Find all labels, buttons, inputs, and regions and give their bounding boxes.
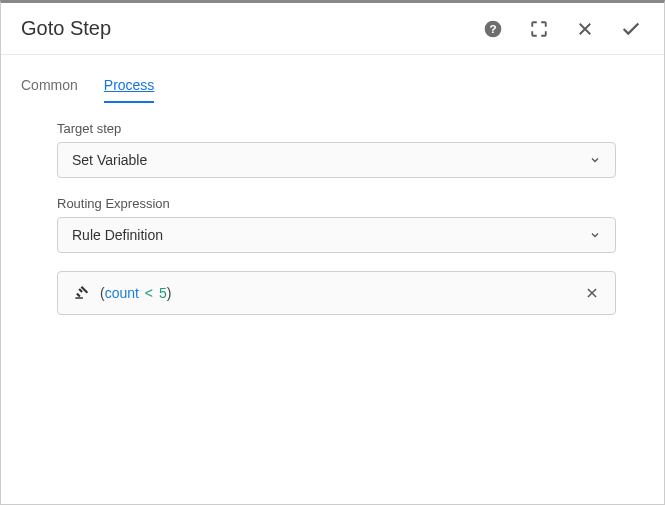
close-icon[interactable] xyxy=(574,18,596,40)
routing-expression-select[interactable]: Rule Definition xyxy=(57,217,616,253)
chevron-down-icon xyxy=(589,154,601,166)
remove-rule-icon[interactable] xyxy=(583,284,601,302)
tab-process[interactable]: Process xyxy=(104,71,155,103)
rule-operator: < xyxy=(145,285,153,301)
target-step-select[interactable]: Set Variable xyxy=(57,142,616,178)
tab-common[interactable]: Common xyxy=(21,71,78,103)
svg-text:?: ? xyxy=(489,22,496,35)
rule-value: 5 xyxy=(159,285,167,301)
rule-rparen: ) xyxy=(167,285,172,301)
rule-expression: (count < 5) xyxy=(100,285,583,301)
gavel-icon xyxy=(72,284,90,302)
routing-expression-value: Rule Definition xyxy=(72,227,589,243)
dialog-title: Goto Step xyxy=(21,17,111,40)
routing-expression-label: Routing Expression xyxy=(57,196,616,211)
help-icon[interactable]: ? xyxy=(482,18,504,40)
rule-definition-row[interactable]: (count < 5) xyxy=(57,271,616,315)
confirm-icon[interactable] xyxy=(620,18,642,40)
target-step-label: Target step xyxy=(57,121,616,136)
target-step-value: Set Variable xyxy=(72,152,589,168)
chevron-down-icon xyxy=(589,229,601,241)
tab-bar: Common Process xyxy=(1,71,664,103)
header-actions: ? xyxy=(482,18,642,40)
fullscreen-icon[interactable] xyxy=(528,18,550,40)
process-panel: Target step Set Variable Routing Express… xyxy=(1,103,664,315)
rule-variable: count xyxy=(105,285,139,301)
